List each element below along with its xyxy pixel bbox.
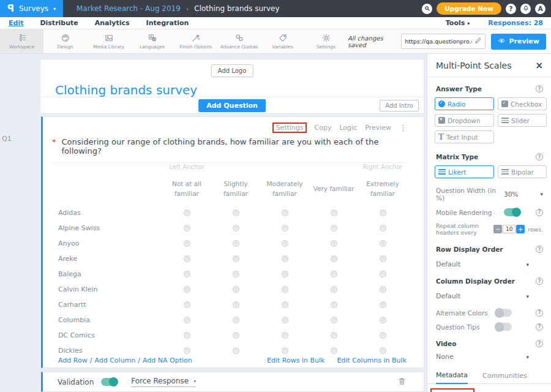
row-label[interactable]: Areke xyxy=(58,255,162,263)
radio-button[interactable] xyxy=(233,255,239,262)
radio-button[interactable] xyxy=(331,240,337,247)
nav-tab-analytics[interactable]: Analytics xyxy=(95,19,130,27)
stepper-minus-button[interactable]: − xyxy=(493,225,502,233)
row-label[interactable]: DC Comics xyxy=(58,331,162,339)
radio-button[interactable] xyxy=(184,255,190,262)
radio-button[interactable] xyxy=(380,301,386,308)
column-header-slightly-familiar[interactable]: Slightly familiar xyxy=(211,179,260,199)
preview-button[interactable]: Preview xyxy=(491,34,546,50)
survey-url-field[interactable] xyxy=(401,34,485,49)
row-label[interactable]: Calvin Klein xyxy=(58,285,162,293)
toolbar-item-workspace[interactable]: Workspace xyxy=(0,29,43,53)
help-circle-icon[interactable] xyxy=(536,246,543,253)
responses-count[interactable]: Responses: 28 xyxy=(488,19,543,27)
radio-button[interactable] xyxy=(282,255,288,262)
option-radio[interactable]: Radio xyxy=(435,97,494,110)
nav-tab-edit[interactable]: Edit xyxy=(9,19,23,27)
option-checkbox[interactable]: Checkbox xyxy=(498,97,547,110)
option-dropdown[interactable]: Dropdown xyxy=(435,114,494,127)
panel-tab-communities[interactable]: Communities xyxy=(482,372,527,383)
survey-title[interactable]: Clothing brands survey xyxy=(55,83,197,97)
radio-button[interactable] xyxy=(380,317,386,323)
radio-button[interactable] xyxy=(184,240,190,247)
add-row-link[interactable]: Add Row xyxy=(58,356,88,364)
radio-button[interactable] xyxy=(184,332,190,339)
validation-toggle[interactable] xyxy=(101,378,118,386)
row-label[interactable]: Balega xyxy=(58,270,162,278)
radio-button[interactable] xyxy=(331,209,337,216)
survey-url-input[interactable] xyxy=(405,38,472,45)
help-circle-icon[interactable] xyxy=(536,209,543,216)
radio-button[interactable] xyxy=(184,209,190,216)
toolbar-item-finish-options[interactable]: Finish Options xyxy=(174,29,217,53)
radio-button[interactable] xyxy=(331,255,337,262)
radio-button[interactable] xyxy=(380,225,386,232)
row-label[interactable]: Dickies xyxy=(58,347,162,355)
radio-button[interactable] xyxy=(233,286,239,293)
option-likert[interactable]: Likert xyxy=(435,165,494,178)
column-display-order-dropdown[interactable]: Default ▾ xyxy=(436,292,529,300)
avatar[interactable]: A xyxy=(535,4,545,14)
radio-button[interactable] xyxy=(380,271,386,277)
radio-button[interactable] xyxy=(380,286,386,293)
radio-button[interactable] xyxy=(233,301,239,308)
question-action-settings[interactable]: Settings xyxy=(272,123,306,133)
add-intro-button[interactable]: Add Intro xyxy=(380,100,419,111)
search-icon[interactable] xyxy=(422,4,432,14)
radio-button[interactable] xyxy=(233,332,239,339)
chevron-down-icon[interactable]: ▾ xyxy=(540,191,543,197)
radio-button[interactable] xyxy=(282,240,288,247)
radio-button[interactable] xyxy=(282,271,288,277)
help-circle-icon[interactable] xyxy=(536,309,543,317)
panel-tab-metadata[interactable]: Metadata xyxy=(436,371,468,384)
radio-button[interactable] xyxy=(184,347,190,354)
radio-button[interactable] xyxy=(380,332,386,339)
radio-button[interactable] xyxy=(380,347,386,354)
radio-button[interactable] xyxy=(380,255,386,262)
edit-columns-in-bulk-link[interactable]: Edit Columns in Bulk xyxy=(337,356,407,364)
radio-button[interactable] xyxy=(184,271,190,277)
radio-button[interactable] xyxy=(380,209,386,216)
question-text[interactable]: Considering our range of clothing brands… xyxy=(62,137,407,156)
question-width-value[interactable]: 30% xyxy=(504,190,518,198)
help-icon[interactable]: ? xyxy=(506,4,516,14)
delete-question-trash-icon[interactable] xyxy=(397,377,407,388)
radio-button[interactable] xyxy=(282,301,288,308)
more-options-kebab-icon[interactable]: ⋮ xyxy=(399,123,407,132)
radio-button[interactable] xyxy=(331,347,337,354)
radio-button[interactable] xyxy=(331,286,337,293)
help-circle-icon[interactable] xyxy=(536,323,543,331)
toolbar-item-settings[interactable]: Settings xyxy=(304,29,348,53)
row-label[interactable]: Alpine Swiss xyxy=(58,224,162,232)
row-label[interactable]: Columbia xyxy=(58,316,162,324)
toolbar-item-variables[interactable]: Variables xyxy=(261,29,304,53)
column-header-moderately-familiar[interactable]: Moderately familiar xyxy=(260,179,309,199)
help-circle-icon[interactable] xyxy=(536,153,543,160)
mobile-rendering-toggle[interactable] xyxy=(504,208,520,216)
radio-button[interactable] xyxy=(331,301,337,308)
nav-tab-distribute[interactable]: Distribute xyxy=(40,19,78,27)
toolbar-item-advance-quotas[interactable]: Advance Quotas xyxy=(217,29,261,53)
edit-url-pencil-icon[interactable] xyxy=(474,37,482,46)
add-logo-button[interactable]: Add Logo xyxy=(211,64,253,77)
radio-button[interactable] xyxy=(282,209,288,216)
question-action-copy[interactable]: Copy xyxy=(315,124,332,132)
add-na-option-link[interactable]: Add NA Option xyxy=(143,356,192,364)
stepper-plus-button[interactable]: + xyxy=(516,225,525,233)
radio-button[interactable] xyxy=(282,347,288,354)
row-label[interactable]: Adidas xyxy=(58,209,162,217)
column-header-extremely-familiar[interactable]: Extremely familiar xyxy=(358,179,407,199)
add-question-button[interactable]: Add Question xyxy=(198,99,266,112)
radio-button[interactable] xyxy=(233,317,239,323)
toolbar-item-design[interactable]: Design xyxy=(43,29,87,53)
radio-button[interactable] xyxy=(331,332,337,339)
radio-button[interactable] xyxy=(282,317,288,323)
nav-tab-integration[interactable]: Integration xyxy=(146,19,189,27)
radio-button[interactable] xyxy=(233,240,239,247)
close-icon[interactable]: × xyxy=(535,61,543,70)
radio-button[interactable] xyxy=(184,286,190,293)
radio-button[interactable] xyxy=(282,225,288,232)
stepper-value[interactable]: 10 xyxy=(503,225,515,233)
row-label[interactable]: Anyoo xyxy=(58,239,162,247)
radio-button[interactable] xyxy=(331,271,337,277)
